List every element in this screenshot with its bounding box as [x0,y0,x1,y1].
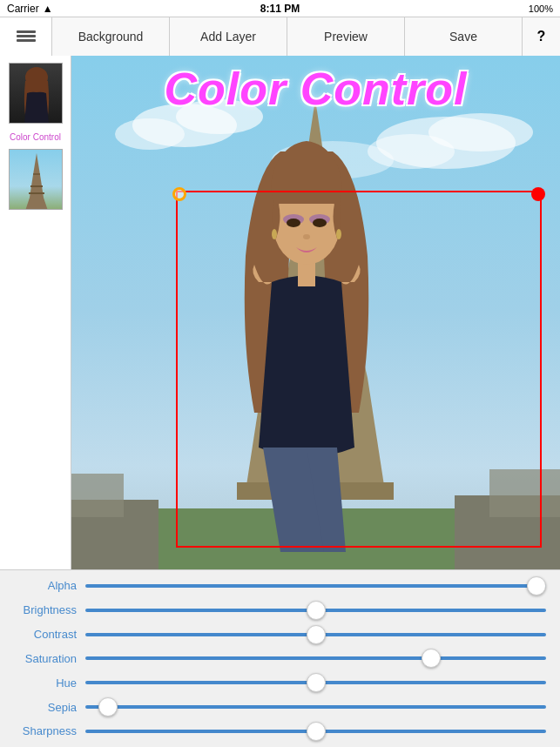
sharpness-thumb[interactable] [307,722,326,741]
saturation-track[interactable] [85,656,546,660]
layers-button[interactable] [0,17,52,56]
contrast-thumb[interactable] [307,625,326,644]
saturation-row: Saturation [14,647,546,670]
brightness-label: Brightness [14,603,85,616]
help-button[interactable]: ? [522,17,560,56]
toolbar: Background Add Layer Preview Save ? [0,17,560,56]
hue-thumb[interactable] [307,673,326,692]
person-thumbnail[interactable] [9,63,63,124]
svg-point-40 [272,229,277,239]
eiffel-thumb-image [10,150,63,210]
saturation-label: Saturation [14,652,85,665]
brightness-thumb[interactable] [307,601,326,620]
contrast-label: Contrast [14,628,85,641]
hue-track[interactable] [85,681,546,684]
contrast-track[interactable] [85,633,546,636]
status-left: Carrier ▲ [7,3,53,15]
alpha-thumb[interactable] [527,576,546,596]
status-right: 100% [529,3,553,14]
tab-background[interactable]: Background [52,17,170,56]
eiffel-thumbnail[interactable] [9,149,63,210]
hue-row: Hue [14,671,546,694]
person-thumb-image [10,64,63,124]
sharpness-track[interactable] [85,730,546,733]
saturation-thumb[interactable] [422,649,441,668]
canvas-title: Color Control [71,63,560,115]
toolbar-tabs: Background Add Layer Preview Save [52,17,522,56]
layers-icon [17,30,36,42]
carrier-label: Carrier [7,3,39,15]
sharpness-row: Sharpness [14,720,546,743]
sliders-panel: Alpha Brightness Contrast Saturation [0,569,560,747]
background-scene [71,56,560,569]
svg-point-38 [313,219,327,227]
brightness-row: Brightness [14,599,546,622]
sepia-track[interactable] [85,705,546,709]
sidebar: Color Control [0,56,71,569]
canvas-area[interactable]: Color Control [71,56,560,569]
battery-label: 100% [529,3,553,14]
svg-point-41 [336,229,341,239]
contrast-row: Contrast [14,623,546,646]
sharpness-label: Sharpness [14,724,85,737]
alpha-label: Alpha [14,579,85,592]
sepia-label: Sepia [14,701,85,714]
color-control-label: Color Control [10,132,61,142]
scene-svg [71,56,560,569]
tab-add-layer[interactable]: Add Layer [170,17,287,56]
svg-point-13 [115,118,185,150]
svg-rect-31 [71,474,124,517]
status-bar: Carrier ▲ 8:11 PM 100% [0,0,560,17]
main-content: Color Control [0,56,560,569]
hue-label: Hue [14,676,85,690]
wifi-icon: ▲ [43,3,53,15]
svg-rect-32 [489,469,560,517]
sepia-row: Sepia [14,696,546,718]
svg-point-39 [303,234,310,239]
brightness-track[interactable] [85,609,546,612]
alpha-row: Alpha [14,575,546,597]
status-time: 8:11 PM [260,3,300,15]
svg-point-37 [287,219,300,227]
alpha-track[interactable] [85,584,546,588]
tab-preview[interactable]: Preview [287,17,405,56]
sepia-thumb[interactable] [98,697,118,717]
tab-save[interactable]: Save [405,17,522,56]
